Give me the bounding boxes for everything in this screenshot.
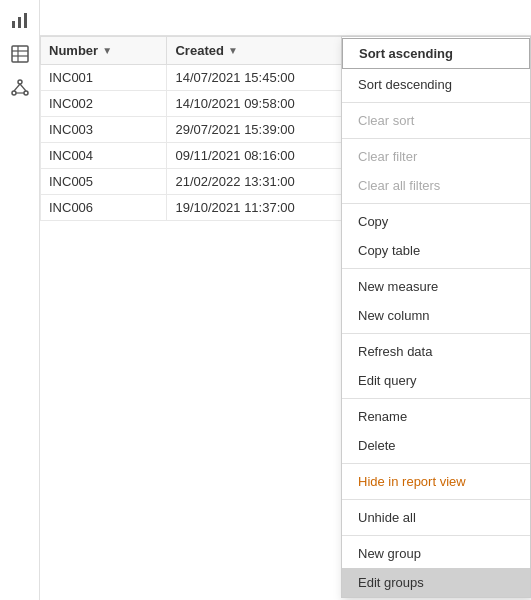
menu-item-new-measure[interactable]: New measure (342, 272, 530, 301)
confirm-button[interactable] (84, 4, 112, 32)
menu-divider (342, 333, 530, 334)
svg-point-8 (12, 91, 16, 95)
svg-point-9 (24, 91, 28, 95)
table-icon[interactable] (4, 38, 36, 70)
menu-item-hide-in-report-view[interactable]: Hide in report view (342, 467, 530, 496)
svg-line-11 (20, 84, 26, 91)
cell-number: INC004 (41, 143, 167, 169)
menu-item-copy[interactable]: Copy (342, 207, 530, 236)
menu-divider (342, 499, 530, 500)
svg-rect-0 (12, 21, 15, 28)
toolbar (40, 0, 531, 36)
cell-number: INC001 (41, 65, 167, 91)
svg-rect-3 (12, 46, 28, 62)
menu-item-unhide-all[interactable]: Unhide all (342, 503, 530, 532)
menu-divider (342, 268, 530, 269)
menu-item-sort-descending[interactable]: Sort descending (342, 70, 530, 99)
svg-rect-2 (24, 13, 27, 28)
sidebar (0, 0, 40, 600)
menu-divider (342, 102, 530, 103)
menu-divider (342, 535, 530, 536)
menu-item-delete[interactable]: Delete (342, 431, 530, 460)
column-header-number[interactable]: Number ▼ (41, 37, 167, 65)
menu-item-refresh-data[interactable]: Refresh data (342, 337, 530, 366)
cell-number: INC002 (41, 91, 167, 117)
menu-item-clear-sort[interactable]: Clear sort (342, 106, 530, 135)
close-button[interactable] (48, 4, 76, 32)
menu-item-copy-table[interactable]: Copy table (342, 236, 530, 265)
menu-item-new-group[interactable]: New group (342, 539, 530, 568)
menu-divider (342, 138, 530, 139)
menu-item-sort-ascending[interactable]: Sort ascending (342, 38, 530, 69)
model-icon[interactable] (4, 72, 36, 104)
created-sort-icon: ▼ (228, 45, 238, 56)
menu-item-edit-groups[interactable]: Edit groups (342, 568, 530, 597)
menu-item-clear-all-filters[interactable]: Clear all filters (342, 171, 530, 200)
main-area: Number ▼ Created ▼ new name ▼ (40, 0, 531, 600)
svg-line-10 (14, 84, 20, 91)
cell-number: INC005 (41, 169, 167, 195)
cell-number: INC003 (41, 117, 167, 143)
menu-divider (342, 203, 530, 204)
number-sort-icon: ▼ (102, 45, 112, 56)
menu-item-clear-filter[interactable]: Clear filter (342, 142, 530, 171)
menu-divider (342, 398, 530, 399)
chart-icon[interactable] (4, 4, 36, 36)
menu-divider (342, 463, 530, 464)
context-menu: Sort ascendingSort descendingClear sortC… (341, 36, 531, 598)
menu-item-edit-query[interactable]: Edit query (342, 366, 530, 395)
menu-item-new-column[interactable]: New column (342, 301, 530, 330)
svg-rect-1 (18, 17, 21, 28)
cell-number: INC006 (41, 195, 167, 221)
svg-point-7 (18, 80, 22, 84)
menu-item-rename[interactable]: Rename (342, 402, 530, 431)
